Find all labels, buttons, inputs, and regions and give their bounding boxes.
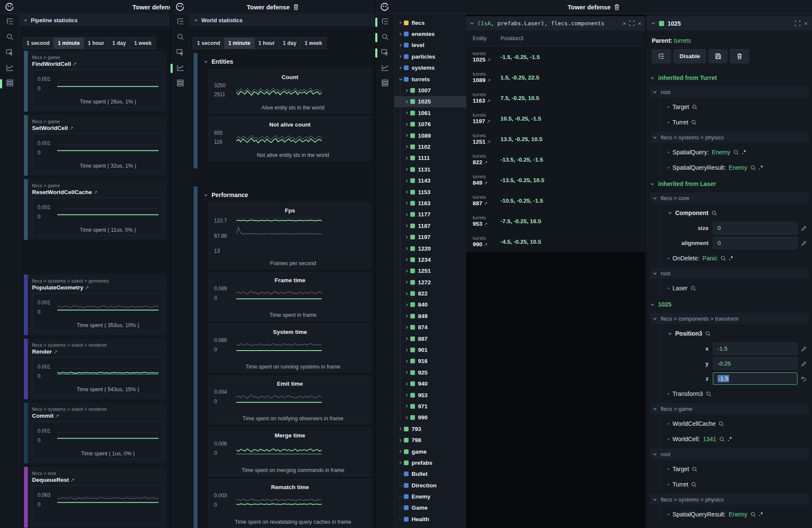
tree-item-1187[interactable]: 1187 (394, 220, 466, 231)
chevron-right-icon[interactable] (404, 280, 409, 284)
search-icon[interactable] (733, 150, 739, 155)
query-expression[interactable]: (IsA, prefabs.Laser), flecs.components (477, 20, 619, 27)
component-group-root[interactable]: root (650, 448, 809, 460)
tree-item-1131[interactable]: 1131 (394, 164, 466, 175)
query-result-row[interactable]: turrets990 ↗-4.5, -0.25, 10.5 (466, 231, 645, 252)
inspector-section-inherited-from-Turret[interactable]: inherited from Turret (647, 69, 812, 85)
tree-item-Direction[interactable]: Direction (394, 480, 466, 491)
open-link-icon[interactable]: ↗ (485, 139, 491, 145)
tree-item-particles[interactable]: particles (394, 51, 466, 62)
tag-row-SpatialQueryResult[interactable]: •SpatialQueryResult: Enemy.* (659, 160, 812, 175)
open-link-icon[interactable]: ↗ (71, 61, 76, 67)
canvas-icon[interactable] (375, 45, 394, 61)
tag-row-Laser[interactable]: •Laser (659, 280, 812, 296)
edit-pencil-icon[interactable] (801, 361, 807, 367)
chevron-right-icon[interactable] (404, 348, 409, 352)
inspector-section-1025[interactable]: 1025 (647, 296, 812, 311)
inspector-section-inherited-from-Laser[interactable]: inherited from Laser (647, 175, 812, 191)
tree-item-1234[interactable]: 1234 (394, 254, 466, 265)
entity-id-link[interactable]: 1163 ↗ (473, 97, 500, 104)
tree-toggle[interactable] (398, 485, 403, 486)
chevron-right-icon[interactable] (404, 370, 409, 375)
expand-panel-icon[interactable] (629, 21, 635, 26)
search-icon[interactable] (692, 104, 697, 110)
field-input-size[interactable]: 0 (713, 222, 797, 234)
tab-1-hour[interactable]: 1 hour (84, 37, 109, 49)
query-result-row[interactable]: turrets1251 ↗13.5, -0.25, 10.5 (466, 129, 645, 149)
tree-item-level[interactable]: level (394, 40, 466, 51)
field-input-z[interactable]: -1.5 (713, 372, 797, 385)
chevron-right-icon[interactable] (404, 336, 409, 341)
pair-target-icon[interactable]: .* (759, 511, 763, 517)
tree-item-flecs[interactable]: flecs (394, 17, 466, 28)
field-input-x[interactable]: -1.5 (713, 342, 797, 355)
field-input-y[interactable]: -0.25 (713, 357, 797, 370)
query-result-row[interactable]: turrets849 ↗-13.5, -0.25, 10.5 (466, 170, 645, 190)
tree-item-798[interactable]: 798 (394, 434, 466, 445)
search-icon[interactable] (171, 30, 190, 45)
stat-title[interactable]: Render ↗ (32, 348, 162, 355)
tree-item-1111[interactable]: 1111 (394, 153, 466, 164)
tree-item-1220[interactable]: 1220 (394, 243, 466, 254)
entity-id-link[interactable]: 1251 ↗ (473, 139, 500, 145)
component-group-flecs-game[interactable]: flecs > game (650, 403, 809, 414)
chevron-right-icon[interactable] (404, 246, 409, 251)
chevron-right-icon[interactable] (398, 66, 403, 70)
chevron-right-icon[interactable] (404, 224, 409, 228)
tag-row-OnDelete[interactable]: •OnDelete: Panic.* (659, 251, 812, 266)
tree-item-1251[interactable]: 1251 (394, 265, 466, 277)
chevron-right-icon[interactable] (404, 235, 409, 239)
tab-1-hour[interactable]: 1 hour (255, 37, 279, 49)
chevron-right-icon[interactable] (404, 325, 409, 330)
search-icon[interactable] (375, 30, 394, 45)
tag-row-WorldCell[interactable]: •WorldCell: 1341.* (659, 431, 812, 447)
chevron-right-icon[interactable] (404, 416, 409, 420)
canvas-icon[interactable] (0, 45, 19, 61)
entity-id-link[interactable]: 887 ↗ (473, 200, 500, 207)
search-icon[interactable] (691, 482, 697, 487)
chevron-right-icon[interactable] (404, 88, 409, 93)
open-link-icon[interactable]: ↗ (68, 125, 74, 131)
clear-query-icon[interactable]: × (622, 20, 626, 27)
tree-toggle[interactable] (398, 519, 403, 519)
stat-title[interactable]: FindWorldCell ↗ (32, 61, 162, 67)
edit-pencil-icon[interactable] (801, 240, 807, 246)
parent-link[interactable]: turrets (674, 37, 691, 44)
tree-item-1272[interactable]: 1272 (394, 277, 466, 288)
component-group-root[interactable]: root (650, 268, 809, 279)
tree-item-1061[interactable]: 1061 (394, 107, 466, 118)
tag-value-link[interactable]: Enemy (712, 149, 730, 156)
close-panel-icon[interactable]: × (638, 20, 641, 27)
tree-item-1153[interactable]: 1153 (394, 186, 466, 198)
tag-row-SpatialQuery[interactable]: •SpatialQuery: Enemy.* (659, 145, 812, 160)
tree-item-925[interactable]: 925 (394, 367, 466, 378)
tab-1-day[interactable]: 1 day (279, 37, 301, 49)
entity-id-link[interactable]: 953 ↗ (473, 221, 500, 227)
tree-item-Bullet[interactable]: Bullet (394, 469, 466, 480)
search-icon[interactable] (712, 210, 717, 216)
tree-item-1177[interactable]: 1177 (394, 209, 466, 220)
tree-item-1197[interactable]: 1197 (394, 231, 466, 242)
chevron-right-icon[interactable] (404, 156, 409, 160)
tree-item-793[interactable]: 793 (394, 423, 466, 434)
search-icon[interactable] (750, 512, 756, 517)
section-header[interactable]: Performance (203, 192, 371, 198)
chevron-right-icon[interactable] (404, 359, 409, 363)
tag-value-link[interactable]: Enemy (729, 164, 747, 171)
query-result-row[interactable]: turrets822 ↗-13.5, -0.25, -1.5 (466, 149, 645, 170)
tree-toggle[interactable] (398, 496, 403, 497)
query-result-row[interactable]: turrets1197 ↗10.5, -0.25, -1.5 (466, 108, 645, 129)
search-icon[interactable] (706, 391, 712, 397)
chevron-right-icon[interactable] (404, 201, 409, 205)
tree-item-Enemy[interactable]: Enemy (394, 491, 466, 502)
open-link-icon[interactable]: ↗ (52, 349, 58, 355)
chevron-right-icon[interactable] (398, 460, 403, 465)
tree-item-822[interactable]: 822 (394, 288, 466, 299)
tree-item-turrets[interactable]: turrets (394, 74, 466, 85)
chevron-right-icon[interactable] (398, 32, 403, 36)
component-group-flecs-components-transform[interactable]: flecs > components > transform (650, 313, 809, 324)
tag-row-Turret[interactable]: •Turret (659, 115, 812, 130)
tree-item-990[interactable]: 990 (394, 412, 466, 423)
tree-item-1089[interactable]: 1089 (394, 130, 466, 141)
open-link-icon[interactable]: ↗ (485, 119, 490, 124)
